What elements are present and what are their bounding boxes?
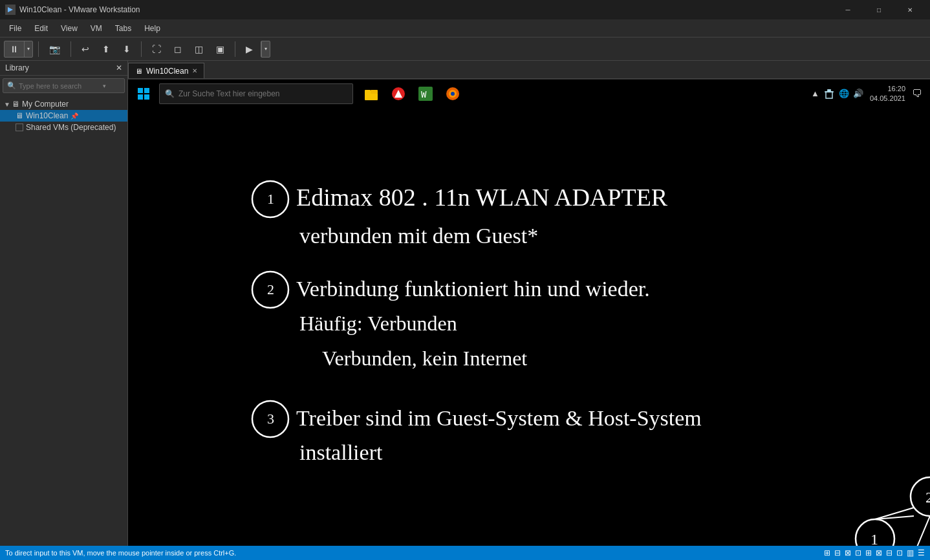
svg-rect-26 (144, 94, 149, 100)
unity-dropdown[interactable]: ▾ (261, 41, 270, 57)
vm-search-bar[interactable]: 🔍 (159, 83, 353, 104)
power-dropdown[interactable]: ▾ (24, 41, 32, 57)
svg-text:Verbindung funktioniert hin un: Verbindung funktioniert hin und wieder. (296, 277, 650, 301)
unity-button[interactable]: ▶ (241, 40, 258, 58)
vm-tab-close[interactable]: ✕ (192, 67, 197, 74)
status-icon-stretch[interactable]: ▥ (907, 548, 914, 557)
search-input[interactable] (19, 82, 103, 90)
svg-text:Häufig: Verbunden: Häufig: Verbunden (299, 312, 457, 335)
shared-vms-label: Shared VMs (Deprecated) (26, 123, 116, 132)
window-controls: ─ □ ✕ (833, 0, 925, 19)
status-icon-7[interactable]: ⊟ (886, 548, 892, 557)
shared-vms-checkbox[interactable] (16, 124, 23, 131)
menu-help[interactable]: Help (138, 21, 167, 36)
svg-rect-29 (371, 90, 378, 94)
maximize-button[interactable]: □ (864, 0, 894, 19)
fullscreen-button[interactable]: ⛶ (147, 40, 166, 58)
search-dropdown-arrow[interactable]: ▾ (103, 83, 106, 89)
taskbar-file-explorer[interactable] (360, 82, 383, 105)
taskbar-app-green[interactable]: W (414, 82, 437, 105)
menu-bar: File Edit View VM Tabs Help (0, 19, 930, 38)
vm-tab-label: Win10Clean (146, 67, 188, 76)
svg-rect-28 (365, 93, 378, 100)
status-icon-3[interactable]: ⊠ (845, 548, 851, 557)
my-computer-label: My Computer (22, 100, 69, 109)
minimize-button[interactable]: ─ (833, 0, 863, 19)
tray-icons: ▲ 🌐 🔊 (811, 88, 863, 100)
status-icon-4[interactable]: ⊡ (855, 548, 861, 557)
menu-tabs[interactable]: Tabs (109, 21, 138, 36)
library-search[interactable]: 🔍 ▾ (3, 78, 125, 93)
power-button-group: ⏸ ▾ (4, 41, 33, 58)
handwritten-content: 1 Edimax 802 . 11n WLAN ADAPTER verbunde… (128, 79, 930, 546)
vm-search-icon: 🔍 (165, 89, 175, 98)
toolbar-sep-2 (70, 41, 71, 57)
tree-item-my-computer[interactable]: ▼ 🖥 My Computer (0, 98, 127, 110)
clock-date: 04.05.2021 (870, 94, 905, 103)
library-header: Library ✕ (0, 61, 127, 76)
svg-text:2: 2 (925, 489, 930, 506)
tree-item-shared-vms[interactable]: Shared VMs (Deprecated) (0, 122, 127, 133)
status-icon-2[interactable]: ⊟ (834, 548, 841, 557)
view3-button[interactable]: ▣ (211, 40, 230, 58)
view1-button[interactable]: ◻ (169, 40, 187, 58)
menu-view[interactable]: View (54, 21, 84, 36)
power-button[interactable]: ⏸ (5, 44, 24, 54)
library-tree: ▼ 🖥 My Computer 🖥 Win10Clean 📌 Shared VM… (0, 96, 127, 546)
library-title: Library (5, 63, 29, 72)
win10clean-label: Win10Clean (26, 111, 68, 120)
tray-network-icon[interactable]: 🌐 (839, 89, 849, 98)
view2-button[interactable]: ◫ (189, 40, 208, 58)
vm-area: 🖥 Win10Clean ✕ 1 Edimax 802 . 11n WLAN A… (128, 61, 930, 546)
library-panel: Library ✕ 🔍 ▾ ▼ 🖥 My Computer 🖥 Win10Cle… (0, 61, 128, 546)
status-icon-6[interactable]: ⊠ (876, 548, 882, 557)
revert-button[interactable]: ↩ (76, 40, 94, 58)
close-button[interactable]: ✕ (895, 0, 925, 19)
svg-line-21 (904, 516, 930, 546)
vm-screen[interactable]: 1 Edimax 802 . 11n WLAN ADAPTER verbunde… (128, 79, 930, 546)
menu-file[interactable]: File (3, 21, 28, 36)
status-icon-1[interactable]: ⊞ (824, 548, 830, 557)
status-icon-5[interactable]: ⊞ (865, 548, 872, 557)
start-button[interactable] (131, 81, 157, 107)
svg-text:Treiber sind im Guest-System &: Treiber sind im Guest-System & Host-Syst… (296, 406, 702, 430)
tray-expand-icon[interactable]: ▲ (811, 89, 819, 98)
snapshot-up-button[interactable]: ⬆ (97, 40, 115, 58)
snapshot-down-button[interactable]: ⬇ (118, 40, 136, 58)
status-icon-8[interactable]: ⊡ (896, 548, 903, 557)
app-icon (5, 5, 16, 15)
svg-text:W: W (421, 89, 427, 100)
search-icon: 🔍 (7, 81, 16, 90)
menu-edit[interactable]: Edit (28, 21, 54, 36)
svg-text:installiert: installiert (299, 440, 383, 464)
status-bar: To direct input to this VM, move the mou… (0, 546, 930, 560)
main-content: Library ✕ 🔍 ▾ ▼ 🖥 My Computer 🖥 Win10Cle… (0, 61, 930, 546)
vm-search-input[interactable] (178, 89, 340, 98)
toolbar-sep-1 (38, 41, 39, 57)
snapshot-manager-button[interactable]: 📷 (44, 40, 65, 58)
svg-text:3: 3 (267, 411, 274, 427)
svg-rect-25 (138, 94, 143, 100)
notification-icon[interactable]: 🗨 (912, 88, 922, 100)
svg-rect-24 (144, 88, 149, 93)
vm-tabs: 🖥 Win10Clean ✕ (128, 61, 930, 79)
menu-vm[interactable]: VM (84, 21, 109, 36)
svg-text:verbunden mit dem Guest*: verbunden mit dem Guest* (299, 224, 538, 248)
svg-text:Edimax 802 . 11n WLAN ADAPTER: Edimax 802 . 11n WLAN ADAPTER (296, 184, 668, 211)
pin-icon: 📌 (70, 113, 78, 120)
svg-text:1: 1 (871, 531, 878, 546)
window-title: Win10Clean - VMware Workstation (19, 5, 833, 14)
toolbar-sep-3 (141, 41, 142, 57)
vm-tab-win10clean[interactable]: 🖥 Win10Clean ✕ (128, 63, 204, 78)
taskbar-app-red[interactable] (387, 82, 410, 105)
svg-rect-38 (825, 91, 834, 92)
library-close-button[interactable]: ✕ (116, 63, 122, 72)
tray-volume-icon[interactable]: 🔊 (853, 89, 863, 98)
status-icon-menu[interactable]: ☰ (918, 548, 925, 557)
vm-taskbar: 🔍 (128, 79, 930, 107)
unity-dropdown-group: ▾ (261, 41, 270, 58)
recycle-bin-icon (823, 88, 835, 100)
system-clock[interactable]: 16:20 04.05.2021 (866, 84, 909, 103)
taskbar-firefox[interactable] (441, 82, 464, 105)
tree-item-win10clean[interactable]: 🖥 Win10Clean 📌 (0, 110, 127, 122)
